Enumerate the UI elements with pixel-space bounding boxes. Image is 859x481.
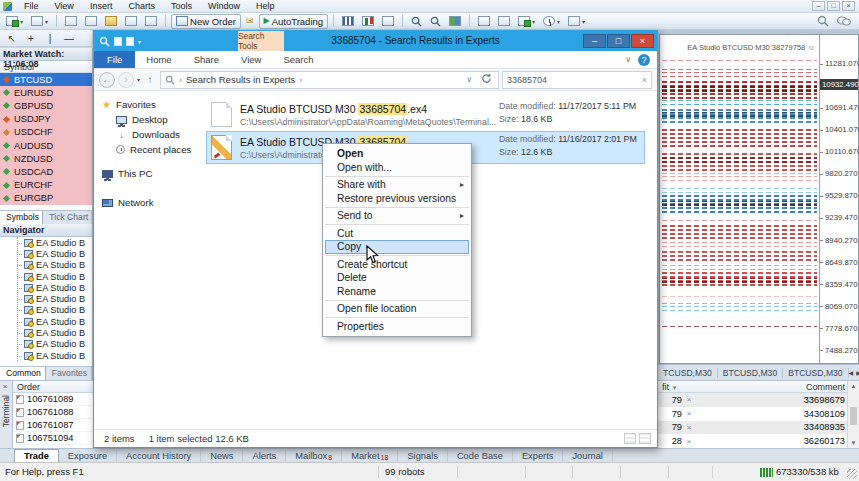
- context-menu-item[interactable]: Properties ▸: [323, 320, 471, 334]
- context-menu-item[interactable]: Rename ▸: [323, 285, 471, 299]
- profiles-button[interactable]: ▾: [28, 14, 51, 29]
- close-order-icon[interactable]: ×: [682, 395, 696, 404]
- tile-windows-button[interactable]: [446, 14, 464, 29]
- up-button[interactable]: ↑: [143, 74, 157, 85]
- forward-button[interactable]: ›: [118, 72, 134, 88]
- terminal-scrollbar[interactable]: ▲ ▼: [847, 381, 859, 448]
- menu-item[interactable]: Charts: [120, 1, 163, 11]
- terminal-table-row[interactable]: 79 × 33698679: [658, 393, 859, 407]
- resize-grip[interactable]: [847, 469, 857, 479]
- vertical-line-tool[interactable]: |: [41, 31, 59, 45]
- chart-tab[interactable]: BTCUSD,M30: [783, 368, 848, 378]
- terminal-tab[interactable]: Journal: [563, 449, 613, 462]
- explorer-title-bar[interactable]: ▾ Search Tools 33685704 - Search Results…: [94, 31, 657, 51]
- market-watch-symbol-row[interactable]: EURUSD: [0, 86, 92, 99]
- ribbon-tab[interactable]: Home: [135, 51, 182, 68]
- refresh-icon[interactable]: [478, 73, 494, 86]
- menu-item[interactable]: Tools: [163, 1, 200, 11]
- market-watch-symbol-row[interactable]: USDJPY: [0, 113, 92, 126]
- navigator-tab[interactable]: Favorites: [46, 367, 92, 380]
- chart-tab[interactable]: BTCUSD,M30: [718, 368, 783, 378]
- context-menu-item[interactable]: Copy ▸: [325, 240, 469, 254]
- sidebar-item-network[interactable]: Network: [102, 197, 154, 208]
- market-watch-symbol-row[interactable]: GBPUSD: [0, 99, 92, 112]
- file-row-ex4[interactable]: EA Studio BTCUSD M30 33685704.ex4 C:\Use…: [206, 98, 645, 131]
- new-chart-button[interactable]: ▾: [3, 14, 26, 29]
- order-row[interactable]: 106761089: [13, 393, 93, 406]
- navigator-expert-item[interactable]: EA Studio B: [0, 248, 92, 259]
- menu-item[interactable]: Help: [248, 1, 283, 11]
- ribbon-tab[interactable]: Search: [272, 51, 324, 68]
- qat-dropdown-icon[interactable]: ▾: [138, 38, 141, 45]
- context-menu-item[interactable]: Share with ▸: [323, 178, 471, 192]
- ribbon-tab[interactable]: View: [230, 51, 272, 68]
- context-menu-item[interactable]: Cut ▸: [323, 227, 471, 241]
- indicators-button[interactable]: ▾: [515, 14, 538, 29]
- context-menu-item[interactable]: Delete ▸: [323, 271, 471, 285]
- menu-item[interactable]: Insert: [82, 1, 121, 11]
- context-menu-item[interactable]: Create shortcut ▸: [323, 258, 471, 272]
- terminal-tab[interactable]: Trade: [14, 449, 59, 462]
- market-watch-symbol-row[interactable]: AUDUSD: [0, 139, 92, 152]
- mailbox-button[interactable]: ✉: [243, 14, 257, 29]
- help-icon[interactable]: ?: [638, 54, 650, 66]
- close-button[interactable]: ×: [631, 34, 654, 48]
- menu-item[interactable]: Window: [200, 1, 248, 11]
- context-menu-item[interactable]: Open with... ▸: [323, 161, 471, 175]
- maximize-button[interactable]: □: [607, 34, 630, 48]
- minimize-button[interactable]: –: [583, 34, 606, 48]
- navigator-expert-item[interactable]: EA Studio B: [0, 339, 92, 350]
- terminal-tab[interactable]: Experts: [513, 449, 564, 462]
- close-order-icon[interactable]: ×: [682, 423, 696, 432]
- line-chart-button[interactable]: [379, 14, 397, 29]
- order-row[interactable]: 106761087: [13, 419, 93, 432]
- menu-item[interactable]: View: [47, 1, 82, 11]
- menu-item[interactable]: File: [16, 1, 47, 11]
- context-menu-item[interactable]: Send to ▸: [323, 209, 471, 223]
- order-row[interactable]: 106761088: [13, 406, 93, 419]
- terminal-tab[interactable]: News: [201, 449, 243, 462]
- zoom-out-button[interactable]: [427, 14, 444, 29]
- market-watch-tab[interactable]: Symbols: [0, 211, 43, 224]
- chart-plot-area[interactable]: EA Studio BTCUSD M30 38279758 ☺: [660, 35, 820, 363]
- sidebar-item-this-pc[interactable]: This PC: [102, 168, 152, 179]
- terminal-table-row[interactable]: 79 × 33408935: [658, 421, 859, 435]
- sidebar-item-desktop[interactable]: Desktop: [116, 114, 168, 125]
- ribbon-collapse-icon[interactable]: ∨: [625, 55, 631, 64]
- navigator-expert-item[interactable]: EA Studio B: [0, 293, 92, 304]
- breadcrumb[interactable]: Search Results in Experts: [186, 74, 295, 85]
- clear-search-icon[interactable]: ×: [642, 75, 647, 85]
- market-watch-symbol-row[interactable]: NZDUSD: [0, 152, 92, 165]
- terminal-tab[interactable]: Account History: [117, 449, 201, 462]
- navigator-expert-item[interactable]: EA Studio B: [0, 282, 92, 293]
- order-column-header[interactable]: Order: [13, 381, 93, 393]
- data-folder-button[interactable]: [102, 14, 120, 29]
- qat-file-icon[interactable]: [114, 37, 122, 46]
- chat-icon[interactable]: [837, 16, 851, 27]
- autoscroll-button[interactable]: [82, 14, 100, 29]
- chart-tab[interactable]: TCUSD,M30: [658, 368, 718, 378]
- step-end-button[interactable]: [495, 14, 513, 29]
- terminal-tab[interactable]: Market18: [342, 449, 398, 462]
- context-menu-item[interactable]: Open file location ▸: [323, 302, 471, 316]
- back-button[interactable]: ←: [99, 72, 115, 88]
- child-restore-button[interactable]: □: [827, 1, 840, 11]
- market-watch-symbol-row[interactable]: USDCAD: [0, 165, 92, 178]
- close-order-icon[interactable]: ×: [682, 409, 696, 418]
- zoom-in-button[interactable]: [408, 14, 425, 29]
- sidebar-item-favorites[interactable]: ★ Favorites: [102, 99, 156, 110]
- context-menu-item[interactable]: Restore previous versions ▸: [323, 192, 471, 206]
- strategy-tester-button[interactable]: [142, 14, 160, 29]
- qat-properties-icon[interactable]: [126, 37, 134, 46]
- comment-column-header[interactable]: Comment: [806, 381, 845, 392]
- terminal-table-row[interactable]: 79 × 34308109: [658, 407, 859, 421]
- chart-shift-button[interactable]: [62, 14, 80, 29]
- navigator-expert-item[interactable]: EA Studio B: [0, 260, 92, 271]
- navigator-expert-item[interactable]: EA Studio B: [0, 237, 92, 248]
- new-order-button[interactable]: New Order: [171, 14, 241, 29]
- child-minimize-button[interactable]: –: [812, 1, 825, 11]
- icons-view-button[interactable]: [639, 433, 651, 444]
- candlestick-button[interactable]: [359, 14, 377, 29]
- navigator-expert-item[interactable]: EA Studio B: [0, 305, 92, 316]
- cursor-tool[interactable]: ↖: [3, 31, 21, 45]
